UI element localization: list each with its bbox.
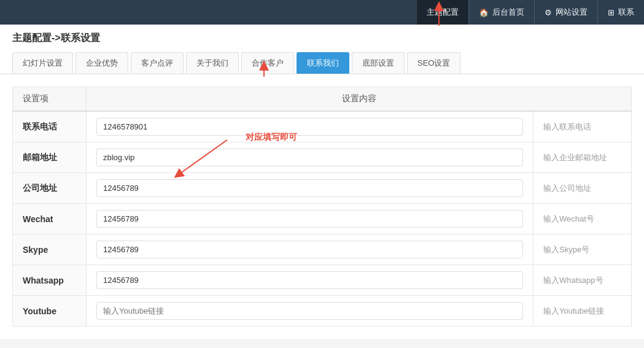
row-hint: 输入企业邮箱地址 — [533, 142, 632, 173]
settings-input-skype[interactable] — [96, 241, 523, 258]
table-row: 联系电话输入联系电话 — [13, 111, 632, 142]
gear-icon: ⚙ — [545, 8, 552, 17]
row-label: Whatsapp — [13, 265, 87, 296]
row-label: 公司地址 — [13, 173, 87, 204]
table-row: Wechat输入Wechat号 — [13, 204, 632, 234]
tab-slider[interactable]: 幻灯片设置 — [12, 52, 73, 74]
row-input-cell — [87, 265, 533, 296]
tab-about[interactable]: 关于我们 — [186, 52, 239, 74]
table-row: Skype输入Skype号 — [13, 234, 632, 265]
settings-input-whatsapp[interactable] — [96, 271, 523, 289]
nav-theme-config[interactable]: 主题配置 — [416, 0, 468, 25]
settings-input-联系电话[interactable] — [96, 118, 523, 136]
row-input-cell — [87, 142, 533, 173]
nav-backend-home[interactable]: 🏠 后台首页 — [468, 0, 534, 25]
col-header-label: 设置项 — [13, 87, 87, 112]
tab-advantage[interactable]: 企业优势 — [76, 52, 128, 74]
row-input-cell — [87, 204, 533, 234]
nav-site-settings-label: 网站设置 — [556, 7, 588, 18]
breadcrumb: 主题配置->联系设置 — [12, 32, 632, 45]
tab-partners[interactable]: 合作客户 — [241, 52, 294, 74]
table-row: Youtube输入Youtube链接 — [13, 296, 632, 327]
col-header-content: 设置内容 — [87, 87, 632, 112]
nav-site-settings[interactable]: ⚙ 网站设置 — [534, 0, 597, 25]
row-hint: 输入Skype号 — [533, 234, 632, 265]
tab-contact[interactable]: 联系我们 — [297, 52, 349, 74]
row-hint: 输入公司地址 — [533, 173, 632, 204]
main-content: 设置项 设置内容 联系电话输入联系电话邮箱地址输入企业邮箱地址公司地址输入公司地… — [0, 74, 644, 339]
row-input-cell — [87, 173, 533, 204]
row-hint: 输入联系电话 — [533, 111, 632, 142]
settings-table: 设置项 设置内容 联系电话输入联系电话邮箱地址输入企业邮箱地址公司地址输入公司地… — [12, 87, 632, 327]
settings-input-邮箱地址[interactable] — [96, 149, 523, 166]
tab-testimonial[interactable]: 客户点评 — [131, 52, 184, 74]
table-row: Whatsapp输入Whatsapp号 — [13, 265, 632, 296]
tab-seo[interactable]: SEO设置 — [407, 52, 460, 74]
grid-icon: ⊞ — [608, 8, 615, 17]
table-row: 公司地址输入公司地址 — [13, 173, 632, 204]
row-input-cell — [87, 296, 533, 327]
home-icon: 🏠 — [479, 8, 489, 17]
row-hint: 输入Youtube链接 — [533, 296, 632, 327]
row-input-cell — [87, 234, 533, 265]
row-hint: 输入Whatsapp号 — [533, 265, 632, 296]
row-label: Skype — [13, 234, 87, 265]
nav-backend-home-label: 后台首页 — [492, 7, 524, 18]
nav-links[interactable]: ⊞ 联系 — [597, 0, 644, 25]
settings-input-公司地址[interactable] — [96, 179, 523, 197]
settings-input-wechat[interactable] — [96, 210, 523, 228]
row-label: 邮箱地址 — [13, 142, 87, 173]
row-label: Wechat — [13, 204, 87, 234]
row-label: 联系电话 — [13, 111, 87, 142]
page-header: 主题配置->联系设置 幻灯片设置 企业优势 客户点评 关于我们 合作客户 联系我… — [0, 25, 644, 74]
nav-theme-config-label: 主题配置 — [427, 7, 459, 18]
nav-links-label: 联系 — [618, 7, 634, 18]
row-input-cell — [87, 111, 533, 142]
settings-input-youtube[interactable] — [96, 302, 523, 320]
tab-footer[interactable]: 底部设置 — [352, 52, 405, 74]
tab-bar: 幻灯片设置 企业优势 客户点评 关于我们 合作客户 联系我们 底部设置 SEO设… — [12, 52, 632, 74]
top-navigation: 主题配置 🏠 后台首页 ⚙ 网站设置 ⊞ 联系 — [0, 0, 644, 25]
row-label: Youtube — [13, 296, 87, 327]
table-row: 邮箱地址输入企业邮箱地址 — [13, 142, 632, 173]
row-hint: 输入Wechat号 — [533, 204, 632, 234]
